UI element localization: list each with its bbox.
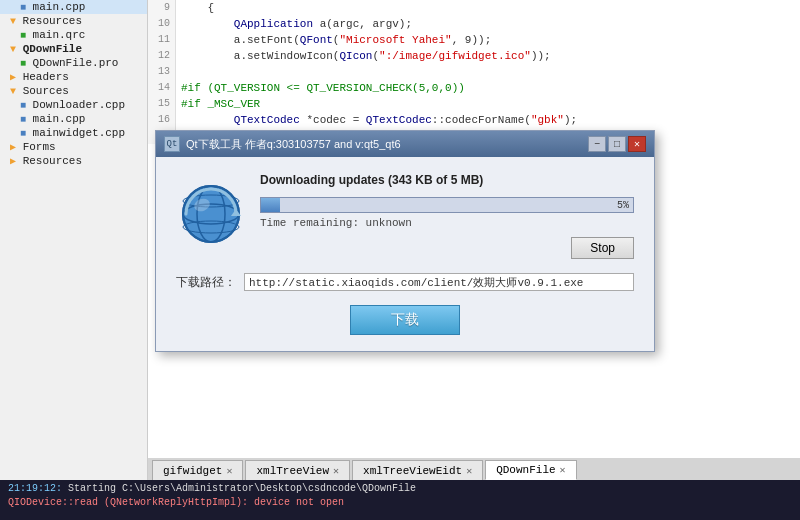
sidebar: ■ main.cpp ▼ Resources ■ main.qrc ▼ QDow…: [0, 0, 148, 480]
stop-button[interactable]: Stop: [571, 237, 634, 259]
code-line-9: 9 {: [148, 0, 800, 16]
dialog-title-left: Qt Qt下载工具 作者q:303103757 and v:qt5_qt6: [164, 136, 401, 152]
code-line-12: 12 a.setWindowIcon(QIcon(":/image/gifwid…: [148, 48, 800, 64]
progress-bar-container: 5%: [260, 197, 634, 213]
dialog-body: Downloading updates (343 KB of 5 MB) 5% …: [156, 157, 654, 351]
url-label: 下载路径：: [176, 274, 236, 291]
status-bar: 21:19:12: Starting C:\Users\Administrato…: [0, 480, 800, 520]
tab-close-gifwidget[interactable]: ✕: [226, 465, 232, 477]
sidebar-item-qdownfile[interactable]: ▼ QDownFile: [0, 42, 147, 56]
tab-xmltreeview[interactable]: xmlTreeView ✕: [245, 460, 350, 480]
dialog-title-text: Qt下载工具 作者q:303103757 and v:qt5_qt6: [186, 137, 401, 152]
stop-btn-row: Stop: [260, 237, 634, 259]
dialog-window-controls: − □ ✕: [588, 136, 646, 152]
tab-close-qdownfile[interactable]: ✕: [560, 464, 566, 476]
code-line-14: 14 #if (QT_VERSION <= QT_VERSION_CHECK(5…: [148, 80, 800, 96]
globe-icon: [176, 179, 246, 253]
progress-fill: [261, 198, 280, 212]
sidebar-item-sources[interactable]: ▼ Sources: [0, 84, 147, 98]
sidebar-item-forms[interactable]: ▶ Forms: [0, 140, 147, 154]
tab-gifwidget[interactable]: gifwidget ✕: [152, 460, 243, 480]
sidebar-item-main-cpp2[interactable]: ■ main.cpp: [0, 112, 147, 126]
tab-close-xmltreeview[interactable]: ✕: [333, 465, 339, 477]
status-line-2: QIODevice::read (QNetworkReplyHttpImpl):…: [8, 496, 792, 510]
download-btn-row: 下载: [176, 305, 634, 335]
bottom-tabs: gifwidget ✕ xmlTreeView ✕ xmlTreeViewEid…: [148, 458, 800, 480]
download-info: Downloading updates (343 KB of 5 MB) 5% …: [260, 173, 634, 259]
dialog-app-icon: Qt: [164, 136, 180, 152]
time-remaining: Time remaining: unknown: [260, 217, 634, 229]
sidebar-item-downloader-cpp[interactable]: ■ Downloader.cpp: [0, 98, 147, 112]
maximize-button[interactable]: □: [608, 136, 626, 152]
sidebar-item-resources-top[interactable]: ▼ Resources: [0, 14, 147, 28]
download-title: Downloading updates (343 KB of 5 MB): [260, 173, 634, 187]
code-line-15: 15 #if _MSC_VER: [148, 96, 800, 112]
close-button[interactable]: ✕: [628, 136, 646, 152]
sidebar-item-headers[interactable]: ▶ Headers: [0, 70, 147, 84]
code-line-11: 11 a.setFont(QFont("Microsoft Yahei", 9)…: [148, 32, 800, 48]
download-section: Downloading updates (343 KB of 5 MB) 5% …: [176, 173, 634, 259]
sidebar-item-resources-bottom[interactable]: ▶ Resources: [0, 154, 147, 168]
status-line-1: 21:19:12: Starting C:\Users\Administrato…: [8, 482, 792, 496]
tab-qdownfile[interactable]: QDownFile ✕: [485, 460, 576, 480]
sidebar-item-main-cpp[interactable]: ■ main.cpp: [0, 0, 147, 14]
tab-close-xmltreevieweidt[interactable]: ✕: [466, 465, 472, 477]
tab-xmltreevieweidt[interactable]: xmlTreeViewEidt ✕: [352, 460, 483, 480]
url-section: 下载路径：: [176, 273, 634, 291]
progress-percent: 5%: [617, 198, 629, 214]
download-button[interactable]: 下载: [350, 305, 460, 335]
minimize-button[interactable]: −: [588, 136, 606, 152]
sidebar-item-main-qrc[interactable]: ■ main.qrc: [0, 28, 147, 42]
download-dialog: Qt Qt下载工具 作者q:303103757 and v:qt5_qt6 − …: [155, 130, 655, 352]
code-line-13: 13: [148, 64, 800, 80]
url-input[interactable]: [244, 273, 634, 291]
dialog-titlebar: Qt Qt下载工具 作者q:303103757 and v:qt5_qt6 − …: [156, 131, 654, 157]
code-line-16: 16 QTextCodec *codec = QTextCodec::codec…: [148, 112, 800, 128]
sidebar-item-pro[interactable]: ■ QDownFile.pro: [0, 56, 147, 70]
sidebar-item-mainwidget-cpp[interactable]: ■ mainwidget.cpp: [0, 126, 147, 140]
code-line-10: 10 QApplication a(argc, argv);: [148, 16, 800, 32]
